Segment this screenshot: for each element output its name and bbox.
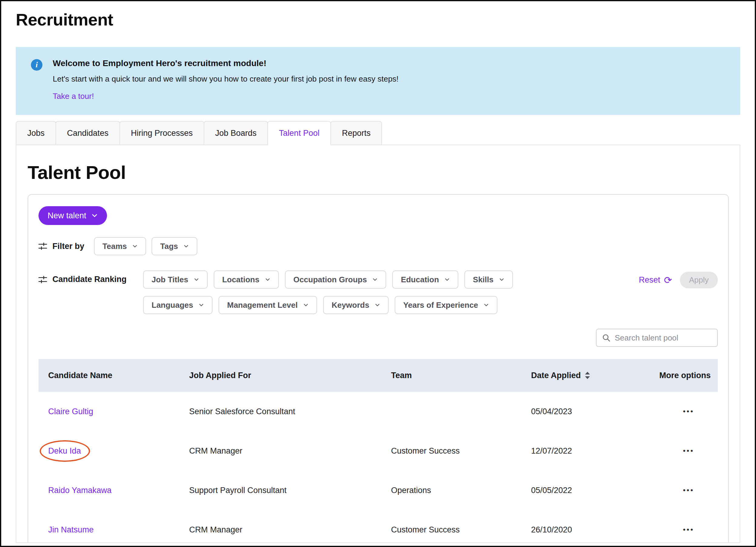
chevron-down-icon [303,302,309,308]
table-header-row: Candidate Name Job Applied For Team Date… [38,359,718,392]
chevron-down-icon [194,277,199,282]
candidate-ranking-row: Candidate Ranking Job Titles Locations O… [38,270,718,314]
years-of-experience-label: Years of Experience [403,300,478,310]
candidate-ranking-label: Candidate Ranking [52,275,127,284]
keywords-dropdown[interactable]: Keywords [323,296,389,314]
take-a-tour-link[interactable]: Take a tour! [53,92,94,101]
sort-icon[interactable] [584,371,590,380]
chevron-down-icon [372,277,378,282]
banner-title: Welcome to Employment Hero's recruitment… [53,59,399,68]
banner-body: Let's start with a quick tour and we wil… [53,74,399,84]
search-box [596,329,718,347]
new-talent-button[interactable]: New talent [38,206,107,225]
filter-by-label: Filter by [52,242,84,251]
table-row: Claire Gultig Senior Salesforce Consulta… [38,392,718,431]
tab-reports[interactable]: Reports [330,121,382,145]
talent-pool-panel: Talent Pool New talent Filter by Teams T… [16,145,740,543]
chevron-down-icon [375,302,380,308]
chevron-down-icon [132,243,138,249]
module-tabs: Jobs Candidates Hiring Processes Job Boa… [16,121,740,145]
section-title: Talent Pool [28,162,729,183]
tab-hiring-processes[interactable]: Hiring Processes [119,121,204,145]
more-options-icon[interactable]: ••• [683,525,694,534]
ranking-dropdowns: Job Titles Locations Occupation Groups E… [143,270,583,314]
job-applied-cell: Senior Salesforce Consultant [179,407,381,416]
job-applied-cell: Support Payroll Consultant [179,486,381,495]
search-icon [602,334,610,342]
header-candidate-name: Candidate Name [38,371,179,380]
header-more-options: More options [650,371,718,380]
team-cell: Customer Success [381,446,521,456]
talent-pool-card: New talent Filter by Teams Tags [28,194,729,543]
chevron-down-icon [199,302,204,308]
education-dropdown[interactable]: Education [392,270,458,289]
management-level-dropdown[interactable]: Management Level [219,296,317,314]
refresh-icon[interactable]: ⟳ [664,275,672,285]
ranking-actions: Reset ⟳ Apply [639,270,718,288]
languages-dropdown[interactable]: Languages [143,296,212,314]
job-applied-cell: CRM Manager [179,525,381,535]
occupation-groups-dropdown[interactable]: Occupation Groups [285,270,386,289]
chevron-down-icon [483,302,489,308]
tab-jobs[interactable]: Jobs [16,121,56,145]
search-row [38,329,718,347]
chevron-down-icon [265,277,270,282]
occupation-groups-label: Occupation Groups [293,275,367,284]
tab-talent-pool[interactable]: Talent Pool [267,121,331,145]
job-applied-cell: CRM Manager [179,446,381,456]
info-icon: i [31,59,42,71]
years-of-experience-dropdown[interactable]: Years of Experience [395,296,497,314]
locations-dropdown[interactable]: Locations [214,270,279,289]
reset-link[interactable]: Reset [639,275,661,285]
skills-label: Skills [473,275,493,284]
filter-by-row: Filter by Teams Tags [38,237,718,255]
tab-job-boards[interactable]: Job Boards [204,121,268,145]
date-applied-cell: 12/07/2022 [521,446,650,456]
chevron-down-icon [91,212,98,219]
team-cell: Customer Success [381,525,521,535]
education-label: Education [401,275,439,284]
header-job-applied-for: Job Applied For [179,371,381,380]
table-row: Jin Natsume CRM Manager Customer Success… [38,510,718,543]
table-row: Raido Yamakawa Support Payroll Consultan… [38,471,718,510]
search-input[interactable] [615,333,712,343]
languages-label: Languages [152,300,193,310]
chevron-down-icon [499,277,504,282]
chevron-down-icon [444,277,450,282]
tags-dropdown-label: Tags [160,242,178,251]
candidate-name-link-annotated[interactable]: Deku Ida [48,446,81,456]
table-row: Deku Ida CRM Manager Customer Success 12… [38,431,718,471]
header-date-applied: Date Applied [521,371,650,380]
chevron-down-icon [183,243,189,249]
new-talent-label: New talent [48,211,86,220]
header-team: Team [381,371,521,380]
team-cell: Operations [381,486,521,495]
teams-dropdown-label: Teams [102,242,127,251]
app-header: Recruitment [1,1,755,29]
header-date-applied-label: Date Applied [531,371,581,380]
candidate-name-link[interactable]: Claire Gultig [48,407,93,416]
keywords-label: Keywords [332,300,369,310]
filter-sliders-icon [38,242,47,250]
date-applied-cell: 26/10/2020 [521,525,650,535]
date-applied-cell: 05/05/2022 [521,486,650,495]
welcome-banner: i Welcome to Employment Hero's recruitme… [16,47,740,115]
more-options-icon[interactable]: ••• [683,447,694,455]
ranking-sliders-icon [38,275,47,284]
skills-dropdown[interactable]: Skills [464,270,513,289]
date-applied-cell: 05/04/2023 [521,407,650,416]
more-options-icon[interactable]: ••• [683,486,694,495]
tags-dropdown[interactable]: Tags [152,237,197,255]
more-options-icon[interactable]: ••• [683,407,694,416]
banner-content: Welcome to Employment Hero's recruitment… [53,59,399,115]
talent-pool-table: Candidate Name Job Applied For Team Date… [38,359,718,543]
job-titles-dropdown[interactable]: Job Titles [143,270,208,289]
candidate-name-link[interactable]: Raido Yamakawa [48,486,112,495]
management-level-label: Management Level [227,300,298,310]
candidate-name-link[interactable]: Jin Natsume [48,525,94,535]
teams-dropdown[interactable]: Teams [94,237,146,255]
apply-button[interactable]: Apply [680,272,718,288]
page-title: Recruitment [16,10,740,29]
candidate-ranking-label-group: Candidate Ranking [38,270,143,284]
tab-candidates[interactable]: Candidates [55,121,120,145]
